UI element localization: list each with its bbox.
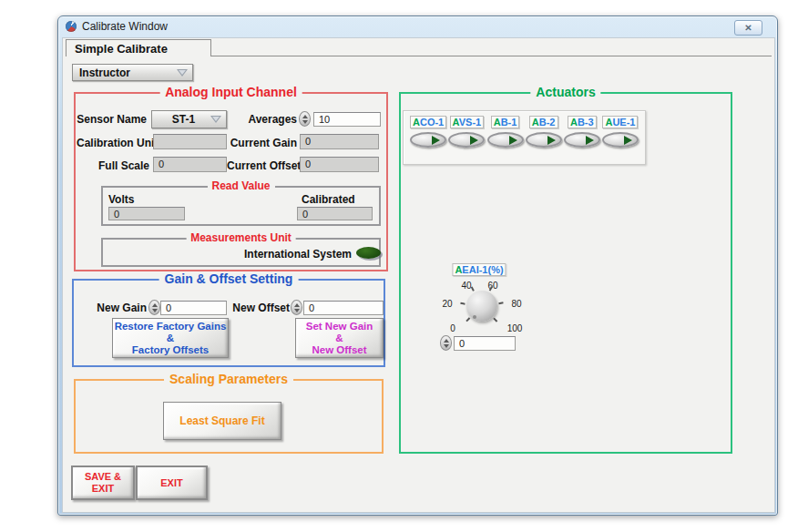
sensor-name-label: Sensor Name [77, 113, 147, 126]
set-line1: Set New Gain [306, 321, 373, 332]
actuator-label: AVS-1 [450, 116, 485, 128]
least-square-fit-button[interactable]: Least Square Fit [163, 402, 281, 440]
knob-tick-mark [471, 286, 475, 291]
calibration-units-field [153, 134, 227, 149]
new-offset-field[interactable]: 0 [303, 301, 384, 315]
knob-tick-mark [498, 302, 503, 304]
sensor-name-value: ST-1 [172, 113, 195, 126]
knob-label-rest: EAI-1(%) [462, 264, 503, 275]
actuator-label: AB-3 [568, 116, 597, 128]
window-title: Calibrate Window [82, 20, 168, 33]
full-scale-field: 0 [153, 157, 227, 172]
current-offset-field: 0 [300, 157, 379, 172]
volts-field: 0 [108, 207, 185, 220]
actuator-AB-1: AB-1 [487, 116, 524, 164]
actuator-label-rest: CO-1 [420, 117, 444, 128]
actuator-label-prefix: A [570, 117, 578, 128]
save-exit-button[interactable]: SAVE & EXIT [71, 466, 135, 500]
read-value-title: Read Value [207, 179, 274, 192]
averages-field[interactable]: 10 [313, 112, 381, 127]
actuator-label-prefix: A [532, 117, 539, 128]
calibration-units-label: Calibration Units [77, 137, 149, 149]
current-gain-field: 0 [300, 134, 379, 149]
tab-simple-calibrate[interactable]: Simple Calibrate [66, 39, 211, 56]
actuator-label: ACO-1 [410, 116, 446, 128]
instructor-dropdown-value: Instructor [79, 66, 130, 79]
actuator-button-AB-3[interactable] [564, 132, 600, 148]
actuator-buttons-panel: ACO-1 AVS-1 AB-1 AB-2 AB-3 [403, 110, 646, 165]
knob-label-prefix: A [455, 264, 462, 275]
full-scale-label: Full Scale [77, 159, 149, 172]
measurements-unit-title: Measurements Unit [186, 231, 296, 244]
new-offset-label: New Offset [222, 302, 290, 314]
actuator-button-AUE-1[interactable] [602, 132, 639, 148]
actuator-button-AB-2[interactable] [526, 132, 562, 148]
chevron-down-icon [177, 69, 188, 77]
actuator-AB-3: AB-3 [564, 116, 600, 164]
play-icon [470, 136, 478, 145]
calibrated-field: 0 [297, 207, 373, 220]
analog-section-title: Analog Input Channel [159, 85, 302, 99]
knob-tick-40: 40 [461, 281, 471, 291]
actuator-label-rest: VS-1 [459, 117, 481, 128]
actuators-title: Actuators [530, 85, 600, 99]
actuator-button-ACO-1[interactable] [410, 132, 446, 148]
measurement-unit-toggle-led[interactable] [356, 247, 381, 259]
set-new-gain-offset-button[interactable]: Set New Gain & New Offset [295, 318, 384, 358]
knob-value-field[interactable]: 0 [454, 336, 516, 351]
scaling-parameters-section: Scaling Parameters Least Square Fit [74, 379, 384, 454]
current-gain-label: Current Gain [227, 137, 297, 149]
actuator-label: AB-2 [529, 116, 558, 128]
knob-label: AEAI-1(%) [452, 263, 506, 276]
knob-tick-mark [494, 318, 498, 322]
aeai-knob[interactable] [466, 291, 497, 322]
read-value-group: Read Value Volts Calibrated 0 0 [101, 186, 381, 226]
knob-value-stepper[interactable] [440, 335, 452, 351]
knob-tick-0: 0 [450, 323, 455, 333]
actuator-AVS-1: AVS-1 [448, 116, 485, 164]
restore-line3: Factory Offsets [132, 344, 209, 356]
new-offset-stepper[interactable] [291, 300, 302, 315]
actuator-label: AB-1 [491, 116, 520, 128]
knob-tick-mark [460, 302, 465, 304]
knob-tick-80: 80 [511, 299, 521, 309]
volts-label: Volts [108, 193, 134, 206]
page: Calibrate Window ✕ Simple Calibrate Inst… [0, 0, 798, 532]
actuator-label-prefix: A [413, 117, 420, 128]
exit-button[interactable]: EXIT [136, 466, 208, 500]
actuator-label-rest: B-2 [539, 117, 556, 128]
instructor-dropdown[interactable]: Instructor [72, 64, 193, 81]
averages-stepper[interactable] [299, 111, 311, 127]
actuator-label-prefix: A [494, 117, 501, 128]
new-gain-field[interactable]: 0 [160, 301, 227, 315]
play-icon [547, 136, 556, 145]
actuator-button-AVS-1[interactable] [448, 132, 485, 148]
set-line2: & [335, 332, 343, 344]
knob-tick-mark [466, 318, 471, 322]
current-offset-label: Current Offset [227, 159, 297, 172]
new-gain-stepper[interactable] [148, 300, 160, 315]
calibrate-window: Calibrate Window ✕ Simple Calibrate Inst… [57, 15, 778, 516]
actuator-label: AUE-1 [602, 116, 638, 128]
play-icon [624, 136, 632, 145]
aeai-knob-group: AEAI-1(%) 40 60 20 80 0 100 0 [436, 265, 541, 361]
close-icon[interactable]: ✕ [734, 20, 762, 36]
sensor-name-dropdown[interactable]: ST-1 [151, 110, 227, 128]
restore-factory-button[interactable]: Restore Factory Gains & Factory Offsets [112, 318, 229, 358]
restore-line2: & [167, 332, 174, 344]
actuator-AB-2: AB-2 [526, 116, 562, 164]
restore-line1: Restore Factory Gains [115, 321, 227, 332]
actuator-button-AB-1[interactable] [487, 132, 524, 148]
actuator-label-rest: B-3 [578, 117, 594, 128]
title-bar[interactable]: Calibrate Window ✕ [58, 16, 777, 37]
play-icon [509, 136, 517, 145]
international-system-label: International System [195, 248, 352, 261]
app-icon [66, 21, 77, 32]
chevron-down-icon [210, 116, 221, 123]
analog-input-channel-section: Analog Input Channel Sensor Name ST-1 Av… [74, 92, 388, 271]
knob-tick-20: 20 [442, 299, 452, 309]
gain-offset-title: Gain & Offset Setting [159, 271, 299, 286]
scaling-title: Scaling Parameters [164, 372, 293, 386]
actuators-section: Actuators ACO-1 AVS-1 AB-1 AB-2 [399, 92, 732, 454]
play-icon [432, 136, 440, 145]
